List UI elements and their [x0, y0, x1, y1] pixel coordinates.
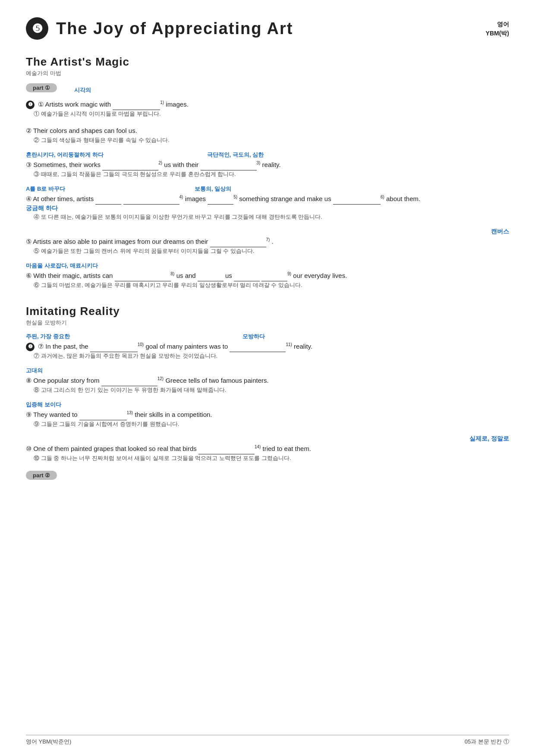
s6-blank1 — [115, 275, 171, 281]
hint4-below: 궁금해 하다 — [26, 205, 58, 211]
part1-hint: 시각의 — [74, 86, 91, 94]
hint9-row: 입증해 보이다 — [26, 401, 509, 409]
sentence-1-num: ❶ — [26, 101, 35, 109]
s8-text1: One popular story from — [33, 377, 101, 384]
s5-num: ⑤ — [26, 238, 33, 245]
s3-blank1 — [102, 164, 158, 170]
hint5-right: 캔버스 — [491, 228, 509, 235]
hint3-left: 혼란시키다, 어리둥절하게 하다 — [26, 151, 104, 159]
s4-blank2 — [123, 198, 179, 205]
sentence-4: ④ At other times, artists 4) images 5) s… — [26, 193, 509, 221]
sentence-10: ⑩ One of them painted grapes that looked… — [26, 443, 509, 462]
s6-text1: With their magic, artists can — [33, 272, 114, 279]
sentence-3: ③ Sometimes, their works 2) us with thei… — [26, 159, 509, 178]
s10-text1: One of them painted grapes that looked s… — [33, 445, 198, 452]
sentence-5-en: ⑤ Artists are also able to paint images … — [26, 236, 509, 247]
s7-blank1 — [90, 346, 138, 352]
s6-text3: us — [225, 272, 234, 279]
sentence-8-kr: ⑧ 고대 그리스의 한 인기 있는 이야기는 두 유명한 화가들에 대해 말해줍… — [26, 386, 509, 394]
sentence-6-en: ⑥ With their magic, artists can 8) us an… — [26, 270, 509, 281]
s2-num: ② — [26, 127, 33, 134]
hint7-row: 주된, 가장 중요한 모방하다 — [26, 333, 509, 340]
hint6-text: 마음을 사로잡다, 매료시키다 — [26, 262, 98, 270]
s4-text4: about them. — [386, 195, 420, 202]
sentence-1: ❶ ① Artists work magic with 1) images. ①… — [26, 98, 509, 118]
part1-badge: part ① — [26, 83, 57, 92]
s10-num: ⑩ — [26, 445, 33, 452]
hint4-row: A를 B로 바꾸다 보통의, 일상의 — [26, 185, 509, 193]
s3-text1: Sometimes, their works — [33, 161, 102, 168]
s3-text3: reality. — [262, 161, 281, 168]
s6-blank4 — [261, 275, 287, 281]
s9-blank1 — [79, 414, 127, 420]
hint7-right: 모방하다 — [242, 333, 265, 340]
title-row: ❺ The Joy of Appreciating Art — [26, 17, 293, 40]
sentence-5-kr: ⑤ 예술가들은 또한 그들의 캔버스 위에 우리의 꿈들로부터 이미지들을 그릴… — [26, 247, 509, 255]
s7-num-circle: ❷ — [26, 343, 35, 351]
s4-text3: something strange and make us — [239, 195, 333, 202]
sentence-10-en: ⑩ One of them painted grapes that looked… — [26, 443, 509, 454]
hint7-left: 주된, 가장 중요한 — [26, 333, 70, 340]
s7-num: ⑦ — [38, 343, 45, 350]
s3-blank2 — [201, 164, 257, 170]
sentence-5: ⑤ Artists are also able to paint images … — [26, 236, 509, 255]
s10-text2: tried to eat them. — [263, 445, 312, 452]
s9-text2: their skills in a competition. — [135, 411, 212, 418]
s4-num: ④ — [26, 195, 33, 202]
s7-text2: goal of many painters was to — [145, 343, 230, 350]
part2-badge: part ② — [26, 471, 57, 480]
sentence-6: ⑥ With their magic, artists can 8) us an… — [26, 270, 509, 289]
s1-num2: ① — [38, 101, 45, 108]
hint10-right: 실제로, 정말로 — [469, 435, 509, 442]
s6-blank2 — [198, 275, 223, 281]
sentence-7-kr: ⑦ 과거에는, 많은 화가들의 주요한 목표가 현실을 모방하는 것이었습니다. — [26, 352, 509, 360]
hint8-row: 고대의 — [26, 367, 509, 375]
lesson-number: ❺ — [26, 17, 48, 40]
sentence-10-kr: ⑩ 그들 중 하나는 너무 진짜처럼 보여서 새들이 실제로 그것들을 먹으려고… — [26, 454, 509, 462]
sentence-2: ② Their colors and shapes can fool us. ②… — [26, 125, 509, 144]
s5-blank1 — [210, 241, 266, 247]
page-header: ❺ The Joy of Appreciating Art 영어 YBM(박) — [26, 17, 509, 40]
hint4-left: A를 B로 바꾸다 — [26, 185, 65, 193]
s4-text1: At other times, artists — [33, 195, 95, 202]
s4-blank3 — [208, 198, 233, 205]
s5-text2: . — [272, 238, 274, 245]
s3-text2: us with their — [164, 161, 200, 168]
s1-text2: images. — [166, 101, 189, 108]
s7-blank2 — [230, 346, 286, 352]
s2-text: Their colors and shapes can fool us. — [33, 127, 137, 134]
sentence-9-kr: ⑨ 그들은 그들의 기술을 시합에서 증명하기를 원했습니다. — [26, 420, 509, 428]
s4-blank4 — [333, 198, 381, 205]
sentence-7: ❷ ⑦ In the past, the 10) goal of many pa… — [26, 340, 509, 360]
s6-text5: our everyday lives. — [293, 272, 347, 279]
sentence-2-kr: ② 그들의 색상들과 형태들은 우리를 속일 수 있습니다. — [26, 136, 509, 144]
sentence-3-en: ③ Sometimes, their works 2) us with thei… — [26, 159, 509, 170]
s6-num: ⑥ — [26, 272, 33, 279]
footer-left: 영어 YBM(박준언) — [26, 738, 71, 746]
s4-text2: images — [185, 195, 208, 202]
subject-info: 영어 YBM(박) — [486, 17, 509, 38]
page-footer: 영어 YBM(박준언) 05과 본문 빈칸 ① — [26, 735, 509, 746]
hint4-right: 보통의, 일상의 — [195, 185, 231, 193]
s7-text3: reality. — [294, 343, 312, 350]
s6-blank3 — [234, 275, 260, 281]
s8-blank1 — [101, 380, 157, 386]
sentence-8: ⑧ One popular story from 12) Greece tell… — [26, 375, 509, 394]
sentence-1-kr: ① 예술가들은 시각적 이미지들로 마법을 부립니다. — [26, 110, 509, 118]
sentence-9: ⑨ They wanted to 13) their skills in a c… — [26, 409, 509, 428]
hint10-row: 실제로, 정말로 — [26, 435, 509, 443]
section1-subtitle: 예술가의 마법 — [26, 69, 509, 77]
s9-text1: They wanted to — [33, 411, 79, 418]
sentence-4-kr: ④ 또 다른 때는, 예술가들은 보통의 이미지들을 이상한 무언가로 바꾸고 … — [26, 213, 509, 221]
s9-num: ⑨ — [26, 411, 33, 418]
footer-right: 05과 본문 빈칸 ① — [465, 738, 509, 746]
part2-row: part ② — [26, 471, 509, 484]
hint5-row: 캔버스 — [26, 228, 509, 236]
lesson-title: The Joy of Appreciating Art — [56, 19, 293, 38]
sentence-2-en: ② Their colors and shapes can fool us. — [26, 125, 509, 136]
s1-text1: Artists work magic with — [45, 101, 113, 108]
sentence-6-kr: ⑥ 그들의 마법으로, 예술가들은 우리를 매혹시키고 우리를 우리의 일상생활… — [26, 281, 509, 289]
s8-num: ⑧ — [26, 377, 33, 384]
hint6-row: 마음을 사로잡다, 매료시키다 — [26, 262, 509, 270]
sentence-8-en: ⑧ One popular story from 12) Greece tell… — [26, 375, 509, 386]
